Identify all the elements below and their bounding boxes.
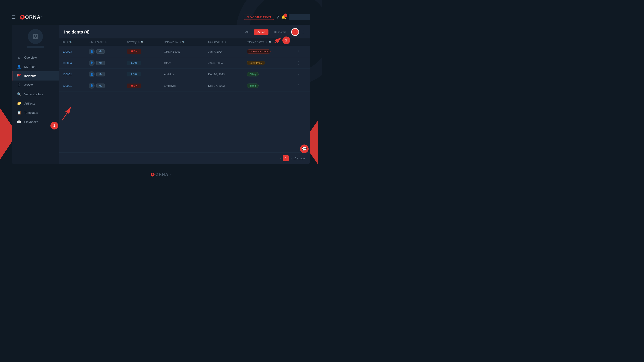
- sidebar-item-label: Overview: [24, 56, 37, 59]
- row-menu-icon[interactable]: ⋮: [297, 61, 301, 65]
- playbooks-icon: 📖: [17, 120, 21, 124]
- sidebar-item-incidents[interactable]: 🚩 Incidents: [12, 71, 59, 81]
- page-size-selector[interactable]: 10 / page: [293, 157, 305, 160]
- severity-badge: HIGH: [127, 84, 141, 88]
- incident-id-link[interactable]: 100003: [62, 50, 72, 53]
- cell-row-menu: ⋮: [293, 57, 310, 69]
- filter-all-button[interactable]: All: [242, 30, 252, 35]
- row-menu-icon[interactable]: ⋮: [297, 84, 301, 88]
- next-page-button[interactable]: ›: [290, 156, 292, 160]
- sort-icon[interactable]: ⇅: [266, 41, 268, 43]
- chat-button[interactable]: 💬: [300, 145, 308, 153]
- row-menu-icon[interactable]: ⋮: [297, 49, 301, 54]
- table-row[interactable]: 100001 👤 Me HIGH Employee Dec 27, 2023 B…: [59, 80, 310, 92]
- severity-badge: LOW: [127, 72, 141, 77]
- cell-id: 100001: [59, 80, 85, 92]
- cell-row-menu: ⋮: [293, 46, 310, 57]
- bottom-logo-circle-icon: [151, 173, 154, 176]
- overview-icon: ⌂: [17, 56, 21, 60]
- cell-id: 100003: [59, 46, 85, 57]
- sidebar-item-my-team[interactable]: 👤 My Team: [12, 62, 59, 71]
- col-search-icon[interactable]: 🔍: [69, 41, 72, 44]
- cell-id: 100002: [59, 69, 85, 80]
- artifacts-icon: 📁: [17, 101, 21, 105]
- filter-active-button[interactable]: Active: [254, 30, 268, 35]
- me-badge: Me: [96, 61, 105, 65]
- logo-text: ORNA: [25, 15, 41, 20]
- user-avatar-top[interactable]: [289, 14, 310, 21]
- more-options-icon[interactable]: ⋮: [301, 30, 305, 34]
- sort-icon[interactable]: ⇅: [179, 41, 181, 43]
- help-icon[interactable]: ?: [276, 15, 279, 20]
- asset-badge: Billing: [247, 72, 258, 77]
- asset-badge: Nginx Proxy: [247, 61, 265, 65]
- sidebar-nav: ⌂ Overview 👤 My Team 🚩 Incidents 🗄 Asset…: [12, 53, 59, 127]
- assets-icon: 🗄: [17, 83, 21, 87]
- sort-icon[interactable]: ⇅: [105, 41, 106, 43]
- bottom-logo: ORNA ™: [151, 172, 171, 177]
- avatar: 🖼: [28, 29, 43, 44]
- content-area: Incidents (4) All Active Resolved + ⋮ ID…: [59, 25, 310, 164]
- sidebar-item-label: Incidents: [24, 74, 36, 78]
- sidebar-item-playbooks[interactable]: 📖 Playbooks: [12, 117, 59, 127]
- col-search-icon[interactable]: 🔍: [182, 41, 185, 44]
- sidebar-item-assets[interactable]: 🗄 Assets: [12, 81, 59, 90]
- incident-id-link[interactable]: 100002: [62, 73, 72, 76]
- table-row[interactable]: 100002 👤 Me LOW Antivirus Dec 30, 2023 B…: [59, 69, 310, 80]
- sidebar-item-vulnerabilities[interactable]: 🔍 Vulnerabilities: [12, 90, 59, 99]
- sort-icon[interactable]: ⇅: [66, 41, 68, 43]
- sidebar-item-overview[interactable]: ⌂ Overview: [12, 53, 59, 62]
- filter-resolved-button[interactable]: Resolved: [270, 30, 289, 35]
- table-row[interactable]: 100003 👤 Me HIGH ORNA Scout Jan 7, 2024 …: [59, 46, 310, 57]
- cell-affected-assets: Card Holder Data: [243, 46, 293, 57]
- prev-page-button[interactable]: ‹: [280, 156, 281, 160]
- header-actions: All Active Resolved + ⋮: [242, 28, 305, 36]
- notification-icon[interactable]: 🔔 3: [281, 15, 286, 20]
- hamburger-icon[interactable]: ☰: [12, 15, 16, 20]
- logo: ORNA ™: [20, 15, 43, 20]
- cirt-avatar: 👤: [89, 83, 95, 89]
- cell-row-menu: ⋮: [293, 69, 310, 80]
- col-actions: [293, 39, 310, 46]
- col-severity: Severity ⇅ 🔍: [124, 39, 160, 46]
- cell-detected-by: ORNA Scout: [160, 46, 205, 57]
- cirt-avatar: 👤: [89, 60, 95, 66]
- sort-icon[interactable]: ⇅: [138, 41, 140, 43]
- sort-icon[interactable]: ⇅: [224, 41, 226, 43]
- current-page[interactable]: 1: [282, 155, 289, 161]
- col-search-icon[interactable]: 🔍: [141, 41, 144, 44]
- clear-sample-button[interactable]: CLEAR SAMPLE DATA: [244, 15, 274, 20]
- cell-cirt-leader: 👤 Me: [85, 69, 124, 80]
- topbar-left: ☰ ORNA ™: [12, 15, 43, 20]
- sidebar-item-label: Artifacts: [24, 102, 35, 105]
- add-incident-button[interactable]: +: [291, 28, 299, 36]
- sidebar-item-templates[interactable]: 📋 Templates: [12, 108, 59, 117]
- incidents-icon: 🚩: [17, 74, 21, 78]
- cell-id: 100004: [59, 57, 85, 69]
- incidents-table: ID ⇅ 🔍 CIRT Leader ⇅: [59, 39, 310, 92]
- cell-detected-by: Other: [160, 57, 205, 69]
- incident-id-link[interactable]: 100004: [62, 61, 72, 65]
- notification-badge: 3: [284, 14, 287, 17]
- my-team-icon: 👤: [17, 65, 21, 69]
- username-placeholder: [27, 46, 44, 48]
- severity-badge: HIGH: [127, 49, 141, 54]
- avatar-icon: 🖼: [32, 33, 38, 40]
- col-cirt-leader: CIRT Leader ⇅: [85, 39, 124, 46]
- cell-affected-assets: Billing: [243, 80, 293, 92]
- severity-badge: LOW: [127, 61, 141, 65]
- table-row[interactable]: 100004 👤 Me LOW Other Jan 6, 2024 Nginx …: [59, 57, 310, 69]
- topbar-right: CLEAR SAMPLE DATA ? 🔔 3: [244, 14, 310, 21]
- sidebar: 🖼 ⌂ Overview 👤 My Team 🚩 Incidents 🗄 Ass…: [12, 25, 59, 164]
- cell-detected-by: Employee: [160, 80, 205, 92]
- pagination: ‹ 1 › 10 / page: [59, 152, 310, 164]
- vulnerabilities-icon: 🔍: [17, 92, 21, 96]
- cell-affected-assets: Billing: [243, 69, 293, 80]
- sidebar-item-artifacts[interactable]: 📁 Artifacts: [12, 99, 59, 108]
- me-badge: Me: [96, 49, 105, 54]
- incident-id-link[interactable]: 100001: [62, 84, 72, 87]
- cell-occurred-on: Dec 27, 2023: [205, 80, 243, 92]
- col-search-icon[interactable]: 🔍: [269, 41, 272, 44]
- me-badge: Me: [96, 72, 105, 77]
- row-menu-icon[interactable]: ⋮: [297, 72, 301, 77]
